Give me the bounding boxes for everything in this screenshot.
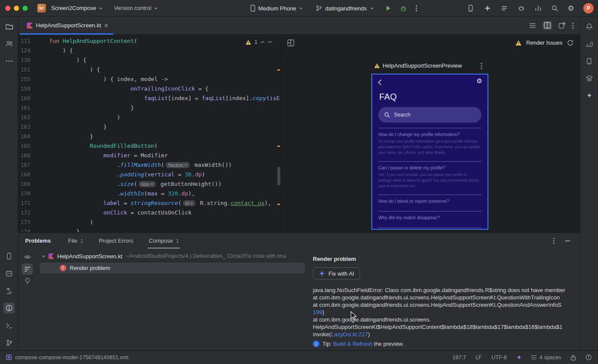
code-line[interactable]: ) { <box>36 65 281 75</box>
code-line[interactable]: label = stringResource(id = R.string.con… <box>36 198 281 208</box>
fix-with-ai-button[interactable]: Fix with AI <box>313 267 360 280</box>
gradle-tool-icon[interactable] <box>584 38 595 49</box>
code-line[interactable]: ) <box>36 113 281 122</box>
indent-setting[interactable]: 4 spaces <box>531 354 561 361</box>
device-selector[interactable]: Medium Phone <box>250 5 303 12</box>
preview-problems-eye-icon[interactable] <box>22 251 33 263</box>
run-button[interactable] <box>385 5 391 11</box>
ai-status-spark-icon[interactable]: ✦ <box>516 354 522 361</box>
code-line[interactable]: onClick = contactUsOnClick <box>36 208 281 218</box>
phone-preview[interactable]: ⚙ FAQ Search How do I change my profile … <box>371 74 488 230</box>
code-line[interactable]: ) { <box>36 55 281 65</box>
split-editor-icon[interactable] <box>543 21 552 30</box>
status-file[interactable]: compose-compose-model-1758748140651.xml <box>6 354 128 361</box>
code-line[interactable]: } <box>36 132 281 141</box>
warning-icon <box>245 39 251 45</box>
tab-compose[interactable]: Compose 1 <box>149 233 179 249</box>
more-run-actions-button[interactable] <box>416 5 417 12</box>
build-refresh-link[interactable]: Build & Refresh <box>333 341 372 347</box>
commit-tool-icon[interactable] <box>3 38 15 49</box>
editor-options-kebab-icon[interactable] <box>572 22 574 29</box>
run-configuration-selector[interactable]: datingandfriends <box>316 5 374 12</box>
code-line[interactable]: .fillMaxWidth(fraction = maxWidth()) <box>36 160 281 170</box>
next-problem-icon[interactable] <box>268 41 272 43</box>
preview-name-row[interactable]: HelpAndSupportScreenPreview <box>374 62 462 69</box>
stack-link[interactable]: LazyDsl.kt:217 <box>331 331 368 338</box>
build-tool-icon[interactable] <box>3 285 15 296</box>
render-issues-label[interactable]: Render Issues <box>526 39 562 46</box>
line-number: 163 <box>18 122 36 132</box>
quick-fix-bulb-icon[interactable] <box>22 276 33 287</box>
editor-list-icon[interactable] <box>529 23 536 29</box>
profiler-icon[interactable] <box>534 4 542 12</box>
detach-editor-icon[interactable] <box>559 22 566 29</box>
kotlin-file-icon <box>27 23 33 29</box>
code-line[interactable]: } <box>36 227 281 232</box>
code-line[interactable]: faqList[index] = faqList[index].copy(isE <box>36 94 281 103</box>
gemini-spark-icon[interactable]: ✦ <box>584 90 595 101</box>
inspection-widget[interactable]: 1 <box>243 38 275 46</box>
preview-options-kebab-icon[interactable] <box>481 62 482 69</box>
code-line[interactable]: RoundedFilledButton( <box>36 141 281 151</box>
file-encoding[interactable]: UTF-8 <box>491 354 507 361</box>
code-line[interactable]: ) <box>36 218 281 227</box>
code-line[interactable]: } <box>36 122 281 132</box>
gemini-assistant-icon[interactable] <box>484 4 491 12</box>
logcat-tool-icon[interactable] <box>3 268 15 279</box>
code-line[interactable]: modifier = Modifier <box>36 151 281 160</box>
close-window-button[interactable] <box>5 6 10 11</box>
close-tab-icon[interactable] <box>104 23 108 28</box>
project-badge: SC <box>37 4 46 13</box>
prev-problem-icon[interactable] <box>260 41 265 43</box>
code-line[interactable]: .padding(vertical = 36.dp) <box>36 170 281 179</box>
git-branch-icon <box>316 5 322 11</box>
problems-tool-icon[interactable] <box>3 302 15 314</box>
attach-debugger-icon[interactable] <box>517 4 525 12</box>
editor-tab[interactable]: HelpAndSupportScreen.kt <box>20 16 114 35</box>
project-tool-icon[interactable] <box>3 21 15 32</box>
tip-rest: the preview. <box>372 341 404 347</box>
line-separator[interactable]: LF <box>475 354 482 361</box>
tab-file[interactable]: File 1 <box>68 233 83 249</box>
code-line[interactable]: ) { <box>36 46 281 55</box>
search-everywhere-icon[interactable] <box>551 5 559 12</box>
code-line[interactable]: .size(size = getButtonHeight()) <box>36 179 281 189</box>
version-control-tool-icon[interactable] <box>3 337 15 348</box>
running-devices-icon[interactable] <box>467 4 474 12</box>
device-manager-tool-icon[interactable] <box>584 55 595 67</box>
vcs-menu[interactable]: Version control <box>114 5 158 11</box>
project-menu[interactable]: Screen2Compose <box>51 5 103 11</box>
todo-list-icon[interactable] <box>500 4 508 12</box>
render-problem-row[interactable]: Render problem <box>40 263 305 273</box>
code-line[interactable]: ) { index, model -> <box>36 75 281 84</box>
debug-button[interactable] <box>400 5 407 12</box>
code-line[interactable]: .widthIn(max = 320.dp), <box>36 189 281 198</box>
code-editor[interactable]: 1111241301511551591601611621631641651661… <box>18 35 281 232</box>
tab-project-errors[interactable]: Project Errors <box>99 233 133 249</box>
terminal-tool-icon[interactable] <box>3 320 15 331</box>
refresh-preview-icon[interactable] <box>567 39 574 46</box>
layers-tool-icon[interactable] <box>584 73 595 84</box>
sort-problems-icon[interactable] <box>22 263 33 275</box>
preview-layout-icon[interactable] <box>287 39 294 46</box>
notifications-bell-icon[interactable] <box>584 21 595 32</box>
chevron-down-icon[interactable] <box>42 255 46 257</box>
code-line[interactable]: onTrailingIconClick = { <box>36 84 281 94</box>
faq-item: How do I change my profile information?T… <box>378 128 481 161</box>
lock-icon[interactable] <box>571 354 576 361</box>
stack-link[interactable]: 199 <box>313 309 322 315</box>
status-info-icon[interactable] <box>585 354 592 361</box>
hide-panel-icon[interactable] <box>565 240 570 241</box>
minimize-window-button[interactable] <box>14 6 19 11</box>
zoom-window-button[interactable] <box>23 6 28 11</box>
problems-header: Problems File 1 Project Errors Compose 1 <box>18 233 580 249</box>
editor-scrollbar[interactable] <box>277 167 280 185</box>
code-line[interactable]: } <box>36 103 281 113</box>
problems-file-row[interactable]: HelpAndSupportScreen.kt ~/AndroidStudioP… <box>36 250 309 262</box>
more-tool-windows-icon[interactable] <box>3 55 15 67</box>
caret-position[interactable]: 197:7 <box>452 354 466 361</box>
panel-options-kebab-icon[interactable] <box>553 237 555 244</box>
user-avatar[interactable]: P <box>583 3 594 13</box>
settings-gear-icon[interactable]: ⚙ <box>568 5 574 12</box>
running-devices-tool-icon[interactable] <box>3 250 15 262</box>
